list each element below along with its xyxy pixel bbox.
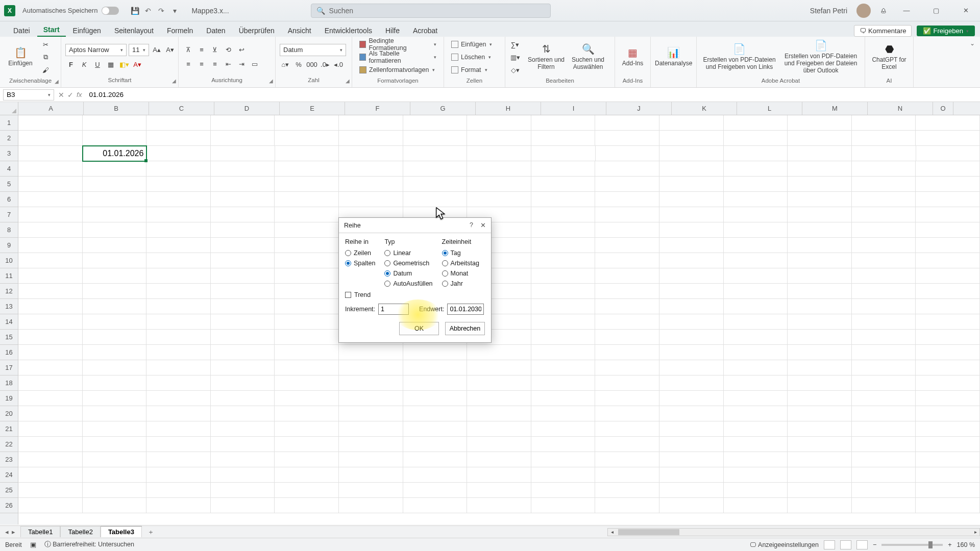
cell-D22[interactable] — [211, 437, 275, 452]
cell-C24[interactable] — [146, 467, 211, 483]
comments-button[interactable]: 🗨 Kommentare — [854, 25, 912, 37]
search-input[interactable]: 🔍 Suchen — [311, 4, 551, 18]
cell-J1[interactable] — [595, 115, 659, 131]
cell-J19[interactable] — [595, 391, 659, 406]
cell-A2[interactable] — [18, 131, 83, 146]
cell-N17[interactable] — [852, 360, 916, 375]
thousands-icon[interactable]: 000 — [306, 59, 317, 70]
cell-J20[interactable] — [595, 406, 659, 421]
format-painter-icon[interactable]: 🖌 — [40, 64, 51, 76]
cell-D15[interactable] — [211, 330, 275, 345]
cell-G1[interactable] — [403, 115, 468, 131]
cell-O16[interactable] — [916, 345, 980, 360]
cell-C22[interactable] — [146, 437, 211, 452]
cell-I16[interactable] — [531, 345, 596, 360]
cell-N5[interactable] — [852, 177, 916, 192]
formula-input[interactable]: 01.01.2026 — [86, 91, 980, 98]
minimize-button[interactable]: — — [896, 3, 917, 19]
cell-E2[interactable] — [275, 131, 339, 146]
cell-L21[interactable] — [724, 421, 788, 437]
cell-D14[interactable] — [211, 314, 275, 330]
cell-F6[interactable] — [339, 192, 403, 207]
cell-L24[interactable] — [724, 467, 788, 483]
pdf-share-links-button[interactable]: 📄Erstellen von PDF-Dateien und Freigeben… — [701, 39, 778, 76]
cell-C8[interactable] — [146, 222, 211, 238]
cell-I15[interactable] — [531, 330, 596, 345]
cell-K20[interactable] — [659, 406, 724, 421]
cell-H1[interactable] — [467, 115, 531, 131]
cell-B7[interactable] — [83, 207, 147, 222]
cell-E4[interactable] — [275, 161, 339, 177]
border-button[interactable]: ▦ — [105, 59, 116, 70]
cell-O7[interactable] — [916, 207, 980, 222]
cell-D3[interactable] — [211, 146, 275, 161]
accessibility-status[interactable]: ⓘ Barrierefreiheit: Untersuchen — [44, 540, 134, 549]
autosave-toggle[interactable] — [102, 7, 119, 15]
cell-H25[interactable] — [467, 483, 531, 498]
macro-record-icon[interactable]: ▣ — [30, 541, 36, 548]
align-right-icon[interactable]: ≡ — [209, 59, 220, 70]
clear-icon[interactable]: ◇▾ — [509, 64, 521, 76]
cell-A24[interactable] — [18, 467, 83, 483]
row-header-2[interactable]: 2 — [0, 131, 18, 146]
cell-A10[interactable] — [18, 253, 83, 268]
cell-B4[interactable] — [83, 161, 147, 177]
format-cells-button[interactable]: Format▾ — [448, 64, 495, 76]
radio-geometrisch[interactable]: Geometrisch — [384, 260, 432, 267]
cell-D13[interactable] — [211, 299, 275, 314]
cell-J10[interactable] — [595, 253, 659, 268]
cell-K6[interactable] — [659, 192, 724, 207]
zoom-slider[interactable] — [881, 544, 943, 546]
cell-E24[interactable] — [275, 467, 339, 483]
row-header-12[interactable]: 12 — [0, 284, 18, 299]
decrease-font-icon[interactable]: A▾ — [164, 44, 176, 56]
close-window-button[interactable]: ✕ — [955, 3, 976, 19]
autosum-icon[interactable]: ∑▾ — [509, 39, 521, 50]
cell-M21[interactable] — [788, 421, 852, 437]
cell-K22[interactable] — [659, 437, 724, 452]
cell-O13[interactable] — [916, 299, 980, 314]
row-header-1[interactable]: 1 — [0, 115, 18, 131]
cell-D18[interactable] — [211, 375, 275, 391]
cell-L23[interactable] — [724, 452, 788, 467]
cell-D20[interactable] — [211, 406, 275, 421]
cell-B13[interactable] — [83, 299, 147, 314]
cell-O4[interactable] — [916, 161, 980, 177]
cell-K7[interactable] — [659, 207, 724, 222]
cell-O18[interactable] — [916, 375, 980, 391]
cell-G26[interactable] — [403, 498, 468, 513]
cell-B9[interactable] — [83, 238, 147, 253]
row-header-7[interactable]: 7 — [0, 207, 18, 222]
cell-C7[interactable] — [146, 207, 211, 222]
cell-A6[interactable] — [18, 192, 83, 207]
cell-H5[interactable] — [467, 177, 531, 192]
cell-C13[interactable] — [146, 299, 211, 314]
cell-J4[interactable] — [595, 161, 659, 177]
cell-I3[interactable] — [531, 146, 596, 161]
cell-K24[interactable] — [659, 467, 724, 483]
cell-M15[interactable] — [788, 330, 852, 345]
zoom-in-icon[interactable]: + — [948, 541, 951, 548]
cell-E8[interactable] — [275, 222, 339, 238]
save-icon[interactable]: 💾 — [130, 6, 139, 15]
cell-N10[interactable] — [852, 253, 916, 268]
cell-D10[interactable] — [211, 253, 275, 268]
cell-F23[interactable] — [339, 452, 403, 467]
cell-B8[interactable] — [83, 222, 147, 238]
cell-G18[interactable] — [403, 375, 468, 391]
col-header-E[interactable]: E — [280, 102, 345, 115]
cell-D1[interactable] — [211, 115, 275, 131]
cell-L19[interactable] — [724, 391, 788, 406]
cell-L17[interactable] — [724, 360, 788, 375]
radio-arbeitstag[interactable]: Arbeitstag — [442, 260, 479, 267]
cell-H23[interactable] — [467, 452, 531, 467]
sheet-tab-2[interactable]: Tabelle2 — [60, 526, 100, 537]
cell-N24[interactable] — [852, 467, 916, 483]
cell-C15[interactable] — [146, 330, 211, 345]
cell-N4[interactable] — [852, 161, 916, 177]
row-header-26[interactable]: 26 — [0, 498, 18, 513]
cell-C21[interactable] — [146, 421, 211, 437]
cell-H6[interactable] — [467, 192, 531, 207]
cell-G6[interactable] — [403, 192, 468, 207]
underline-button[interactable]: U — [92, 59, 103, 70]
